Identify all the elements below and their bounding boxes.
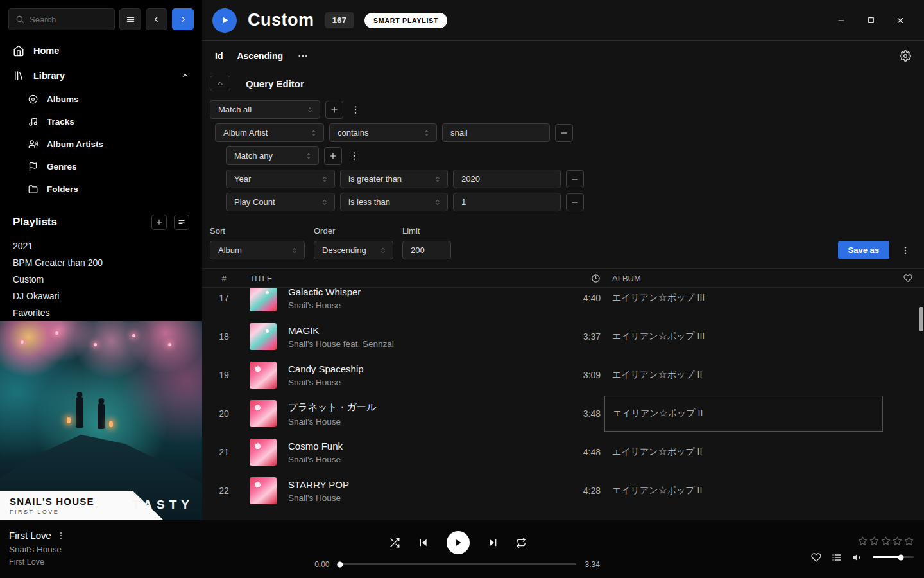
- playlist-play-button[interactable]: [212, 8, 237, 33]
- window-close-button[interactable]: [888, 11, 912, 30]
- table-rows: 17 Galactic Whisper Snail's House 4:40 エ…: [202, 288, 924, 520]
- order-select[interactable]: Descending: [314, 241, 393, 259]
- star-button[interactable]: [893, 536, 902, 546]
- rule-field-select[interactable]: Year: [226, 170, 335, 188]
- group-menu-button[interactable]: [348, 101, 363, 119]
- window-minimize-button[interactable]: [829, 11, 853, 30]
- sidebar-item-home[interactable]: Home: [0, 38, 202, 63]
- table-row[interactable]: 18 MAGIK Snail's House feat. Sennzai 3:3…: [202, 317, 924, 356]
- column-header-title[interactable]: TITLE: [250, 274, 548, 283]
- add-rule-button[interactable]: [325, 101, 343, 119]
- remove-rule-button[interactable]: [555, 124, 573, 142]
- query-editor-collapse-button[interactable]: [210, 76, 230, 91]
- shuffle-button[interactable]: [389, 537, 400, 548]
- table-row[interactable]: 20 プラネット・ガール Snail's House 3:48 エイリアン☆ポッ…: [202, 394, 924, 433]
- sidebar-item-genres[interactable]: Genres: [0, 155, 202, 178]
- next-button[interactable]: [488, 538, 498, 548]
- sidebar-item-folders[interactable]: Folders: [0, 178, 202, 200]
- track-album-focused-cell[interactable]: エイリアン☆ポップ II: [604, 396, 883, 432]
- sidebar-item-library[interactable]: Library: [0, 63, 202, 88]
- star-button[interactable]: [904, 536, 914, 546]
- nav-forward-button[interactable]: [172, 8, 194, 30]
- queue-button[interactable]: [832, 552, 842, 563]
- star-button[interactable]: [858, 536, 868, 546]
- column-header-index[interactable]: #: [210, 274, 238, 283]
- previous-button[interactable]: [418, 538, 429, 548]
- rule-value-input[interactable]: [453, 170, 561, 188]
- rule-operator-select[interactable]: is less than: [340, 193, 448, 211]
- star-button[interactable]: [869, 536, 879, 546]
- flag-icon: [28, 162, 38, 171]
- rule-field-select[interactable]: Album Artist: [215, 123, 324, 142]
- shuffle-icon: [389, 537, 400, 548]
- volume-button[interactable]: [852, 552, 862, 563]
- track-artist: Snail's House feat. Sennzai: [288, 339, 548, 349]
- progress-bar[interactable]: [339, 563, 576, 565]
- artwork-brand: TASTY: [132, 498, 194, 512]
- playlist-item[interactable]: DJ Okawari: [13, 288, 189, 304]
- add-group-rule-button[interactable]: [324, 147, 342, 165]
- volume-slider[interactable]: [873, 556, 914, 558]
- group-menu-button[interactable]: [347, 147, 361, 165]
- play-button[interactable]: [447, 531, 470, 554]
- playlist-item[interactable]: Custom: [13, 271, 189, 288]
- more-options-button[interactable]: [297, 50, 309, 62]
- rule-operator-select[interactable]: contains: [329, 123, 437, 142]
- settings-button[interactable]: [900, 50, 911, 62]
- table-row[interactable]: 22 STARRY POP Snail's House 4:28 エイリアン☆ポ…: [202, 471, 924, 510]
- save-menu-button[interactable]: [898, 241, 912, 259]
- playlist-item[interactable]: Favorites: [13, 304, 189, 321]
- volume-handle[interactable]: [898, 554, 903, 560]
- nav-back-button[interactable]: [146, 8, 167, 30]
- star-button[interactable]: [881, 536, 891, 546]
- select-arrows-icon: [434, 175, 441, 183]
- limit-input[interactable]: [402, 241, 451, 259]
- sort-field-button[interactable]: Id: [215, 51, 223, 61]
- plus-icon: [329, 152, 338, 161]
- progress-handle[interactable]: [337, 561, 343, 567]
- folder-icon: [28, 184, 38, 194]
- rule-field-select[interactable]: Play Count: [226, 193, 335, 211]
- track-index: 21: [210, 447, 238, 457]
- search-input[interactable]: [30, 15, 108, 24]
- column-header-favorite[interactable]: [903, 274, 912, 283]
- sort-direction-button[interactable]: Ascending: [237, 51, 283, 61]
- window-maximize-button[interactable]: [859, 11, 883, 30]
- track-artist: Snail's House: [288, 493, 548, 503]
- column-header-album[interactable]: ALBUM: [612, 274, 875, 283]
- table-row[interactable]: 19 Candy Spaceship Snail's House 3:09 エイ…: [202, 356, 924, 394]
- home-icon: [13, 45, 24, 57]
- sidebar-item-albums[interactable]: Albums: [0, 88, 202, 110]
- scrollbar[interactable]: [919, 307, 923, 331]
- group-match-type-select[interactable]: Match any: [226, 146, 319, 165]
- favorite-button[interactable]: [811, 552, 821, 563]
- sidebar-item-tracks[interactable]: Tracks: [0, 110, 202, 133]
- now-playing-album: First Love: [9, 557, 202, 566]
- sort-select[interactable]: Album: [210, 241, 305, 259]
- time-current: 0:00: [307, 560, 330, 569]
- rule-value-input[interactable]: [442, 123, 550, 142]
- add-playlist-button[interactable]: [151, 215, 167, 230]
- column-header-duration[interactable]: [591, 274, 601, 283]
- sidebar-item-album-artists[interactable]: Album Artists: [0, 133, 202, 155]
- remove-rule-button[interactable]: [566, 170, 584, 188]
- maximize-icon: [867, 16, 875, 24]
- select-arrows-icon: [305, 152, 312, 160]
- now-playing-artwork[interactable]: SNAIL'S HOUSE FIRST LOVE TASTY: [0, 321, 202, 520]
- rule-value-input[interactable]: [453, 193, 561, 211]
- remove-rule-button[interactable]: [566, 193, 584, 211]
- table-row[interactable]: 21 Cosmo Funk Snail's House 4:48 エイリアン☆ポ…: [202, 433, 924, 471]
- sidebar-item-label: Folders: [47, 184, 78, 194]
- playlist-item[interactable]: BPM Greater than 200: [13, 254, 189, 271]
- sidebar-item-label: Library: [33, 71, 65, 81]
- save-as-button[interactable]: Save as: [838, 241, 889, 259]
- menu-button[interactable]: [119, 8, 141, 30]
- now-playing-menu-button[interactable]: [56, 531, 65, 540]
- playlist-item[interactable]: 2021: [13, 238, 189, 254]
- rule-operator-select[interactable]: is greater than: [340, 170, 448, 188]
- match-type-select[interactable]: Match all: [210, 100, 320, 119]
- table-row[interactable]: 17 Galactic Whisper Snail's House 4:40 エ…: [202, 288, 924, 317]
- playlist-list-button[interactable]: [174, 215, 189, 230]
- query-editor: Query Editor Match all: [202, 71, 924, 216]
- repeat-button[interactable]: [516, 538, 526, 548]
